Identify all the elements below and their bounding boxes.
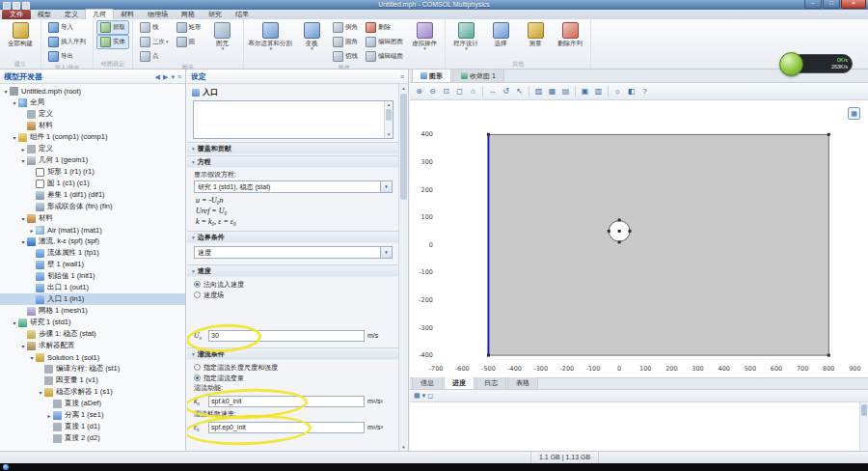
- tab-table[interactable]: 表格: [507, 376, 538, 389]
- expander-icon[interactable]: ▸: [19, 146, 27, 152]
- settings-menu-icon[interactable]: ≡: [400, 69, 404, 84]
- tree-item-definitions[interactable]: ▸定义: [0, 143, 185, 154]
- ribbon-programming-button[interactable]: 程序设计▾: [448, 20, 483, 52]
- tab-definitions[interactable]: 定义: [58, 10, 85, 19]
- tab-progress[interactable]: 进度: [444, 376, 475, 389]
- boundary-selection-listbox[interactable]: ▴ ▾: [193, 100, 393, 139]
- tree-item-inlet1[interactable]: 入口 1 (in1): [0, 293, 185, 305]
- graphics-context-menu-icon[interactable]: ▦: [848, 107, 860, 120]
- ribbon-booleans-partitions-button[interactable]: 布尔运算和分割▾: [247, 20, 295, 52]
- ribbon-snap-button[interactable]: 抓取: [96, 20, 129, 35]
- tab-study[interactable]: 研究: [202, 10, 229, 19]
- start-button-icon[interactable]: [3, 464, 9, 470]
- expander-icon[interactable]: ▾: [37, 389, 44, 396]
- tab-materials[interactable]: 材料: [114, 10, 141, 19]
- section-boundary-condition[interactable]: ▾ 边界条件: [187, 231, 399, 243]
- tab-information[interactable]: 信息: [412, 376, 443, 389]
- tree-item-direct-adef[interactable]: 直接 (aDef): [0, 398, 185, 409]
- tab-mesh[interactable]: 网格: [175, 10, 202, 19]
- go-to-default-view-icon[interactable]: ⌂: [467, 85, 479, 97]
- tree-item-study1[interactable]: ▾研究 1 (std1): [0, 317, 185, 328]
- ribbon-import-button[interactable]: 导入: [44, 20, 90, 35]
- forward-icon[interactable]: ▶: [163, 69, 168, 84]
- tree-item-initial-values1[interactable]: 初始值 1 (init1): [0, 270, 185, 282]
- ribbon-tangent-button[interactable]: 切线: [329, 49, 362, 64]
- info-scrollbar[interactable]: [859, 402, 868, 451]
- tree-item-global-materials[interactable]: 材料: [0, 120, 185, 131]
- ribbon-primitives-button[interactable]: 图元▾: [205, 20, 240, 52]
- ribbon-circle-button[interactable]: 圆: [173, 35, 205, 49]
- pan-icon[interactable]: ↔: [486, 85, 499, 97]
- eps0-input[interactable]: spf.ep0_init: [208, 422, 365, 433]
- tab-log[interactable]: 日志: [475, 376, 506, 389]
- u0-input[interactable]: 30: [208, 330, 365, 342]
- file-menu-button[interactable]: 文件: [2, 10, 31, 19]
- ribbon-edit-end-button[interactable]: 编辑端面: [362, 49, 407, 64]
- tree-item-direct1[interactable]: 直接 1 (d1): [0, 421, 185, 432]
- settings-scrollbar-thumb[interactable]: [400, 94, 407, 200]
- ribbon-cubic-button[interactable]: 三次▾: [136, 35, 173, 49]
- model-builder-menu-icon[interactable]: ≡: [177, 69, 181, 84]
- tree-item-spf[interactable]: ▾湍流, k-ε (spf) (spf): [0, 236, 185, 247]
- clear-table-icon[interactable]: ◻: [427, 390, 433, 402]
- ribbon-delete-sequence-button[interactable]: 删除序列: [553, 20, 587, 47]
- tree-item-form-union[interactable]: 形成联合体 (fin) (fin): [0, 201, 185, 212]
- expander-icon[interactable]: ▸: [45, 412, 53, 419]
- info-scrollbar-thumb[interactable]: [861, 404, 867, 416]
- tree-item-geometry1[interactable]: ▾几何 1 (geom1): [0, 154, 185, 166]
- tree-item-solution1[interactable]: ▾Solution 1 (sol1): [0, 351, 185, 363]
- listbox-scrollbar-thumb[interactable]: [386, 109, 392, 121]
- ribbon-line-button[interactable]: 线: [136, 20, 173, 35]
- tree-item-global-definitions[interactable]: 定义: [0, 108, 185, 120]
- ribbon-edit-face-button[interactable]: 编辑图面: [362, 35, 407, 49]
- zoom-out-icon[interactable]: ⊖: [426, 85, 439, 97]
- tree-item-outlet1[interactable]: 出口 1 (out1): [0, 282, 185, 293]
- expander-icon[interactable]: ▾: [19, 157, 27, 164]
- color-icon[interactable]: ◧: [625, 85, 637, 97]
- tree-item-dependent-variables1[interactable]: 因变量 1 (v1): [0, 374, 185, 386]
- tree-item-mesh1[interactable]: 网格 1 (mesh1): [0, 305, 185, 317]
- speed-orb-icon[interactable]: [779, 52, 803, 76]
- geometry-rectangle[interactable]: [488, 134, 828, 355]
- tree-item-air[interactable]: ▸Air (mat1) (mat1): [0, 224, 185, 236]
- tab-physics[interactable]: 物理场: [141, 10, 175, 19]
- tree-item-direct2[interactable]: 直接 2 (d2): [0, 432, 185, 444]
- tree-item-segregated1[interactable]: ▸分离 1 (se1): [0, 409, 185, 421]
- ribbon-fillet-button[interactable]: 圆角: [329, 35, 362, 49]
- ribbon-delete-button[interactable]: 删除: [362, 20, 407, 35]
- tree-item-stationary-solver1[interactable]: ▾稳态求解器 1 (s1): [0, 386, 185, 398]
- tree-item-wall1[interactable]: 壁 1 (wall1): [0, 259, 185, 270]
- tree-item-circle1[interactable]: 圆 1 (c1) (c1): [0, 178, 185, 189]
- chevron-down-icon[interactable]: ▾: [380, 181, 392, 192]
- turbulence-length-intensity-radio[interactable]: 指定湍流长度尺度和强度: [194, 362, 393, 373]
- expander-icon[interactable]: ▾: [11, 319, 18, 326]
- ribbon-measure-button[interactable]: 测量: [518, 20, 553, 47]
- ribbon-transforms-button[interactable]: 变换▾: [294, 20, 329, 52]
- tab-model[interactable]: 模型: [31, 10, 58, 19]
- ribbon-chamfer-button[interactable]: 倒角: [329, 20, 362, 35]
- expander-icon[interactable]: ▾: [11, 99, 18, 106]
- ribbon-build-all-button[interactable]: 全部构建: [3, 20, 38, 47]
- velocity-field-radio[interactable]: 速度场: [194, 290, 393, 300]
- close-button[interactable]: ×: [841, 0, 866, 9]
- scroll-up-icon[interactable]: ▴: [399, 84, 408, 92]
- chevron-down-icon[interactable]: ▾: [380, 247, 392, 258]
- tab-convergence-plot-1[interactable]: 收敛图 1: [452, 69, 504, 82]
- tab-results[interactable]: 结果: [229, 10, 256, 19]
- grid-icon[interactable]: ▤: [559, 85, 572, 97]
- tree-item-compile-equations[interactable]: 编译方程: 稳态 (st1): [0, 363, 185, 374]
- expander-icon[interactable]: ▾: [19, 215, 27, 222]
- boundary-condition-select[interactable]: 速度 ▾: [194, 246, 393, 259]
- listbox-scrollbar[interactable]: ▴ ▾: [384, 101, 393, 138]
- print-icon[interactable]: ▥: [592, 85, 605, 97]
- tree-item-global[interactable]: ▾全局: [0, 97, 185, 108]
- windows-taskbar[interactable]: [0, 463, 868, 471]
- expander-icon[interactable]: ▾: [2, 88, 10, 95]
- ribbon-export-button[interactable]: 导出: [44, 49, 90, 64]
- expander-icon[interactable]: ▾: [28, 354, 36, 361]
- scroll-down-icon[interactable]: ▾: [385, 131, 393, 138]
- ribbon-solid-button[interactable]: 实体: [96, 35, 129, 49]
- expander-icon[interactable]: ▸: [28, 227, 36, 234]
- tree-item-solver-configurations[interactable]: ▾求解器配置: [0, 340, 185, 351]
- expander-icon[interactable]: ▾: [11, 134, 18, 141]
